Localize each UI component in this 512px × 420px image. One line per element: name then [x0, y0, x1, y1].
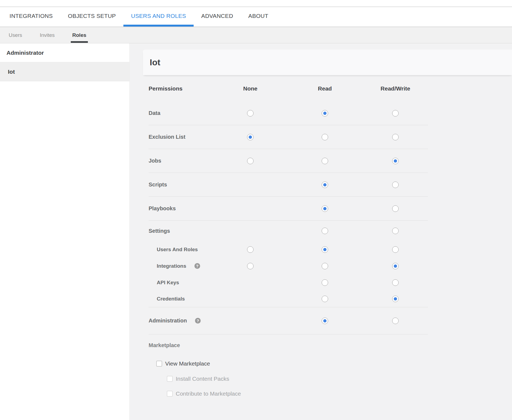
permission-row-jobs: Jobs — [149, 149, 428, 173]
radio-readwrite-playbooks[interactable] — [392, 205, 399, 212]
nav-tab-advanced[interactable]: ADVANCED — [194, 7, 241, 27]
radio-cell-read-credentials — [287, 296, 363, 302]
checkbox-row-install-content-packs: Install Content Packs — [167, 371, 428, 386]
radio-cell-read-api-keys — [287, 279, 363, 286]
permission-row-integrations: Integrations? — [149, 258, 428, 274]
radio-cell-read-data — [287, 110, 363, 117]
permissions-table-header: Permissions None Read Read/Write — [149, 78, 428, 99]
radio-read-integrations[interactable] — [322, 263, 328, 269]
permission-label-text: Administration — [149, 318, 187, 324]
radio-readwrite-data[interactable] — [392, 110, 399, 117]
radio-cell-readwrite-exclusion-list — [363, 134, 428, 140]
help-icon[interactable]: ? — [195, 318, 201, 324]
radio-readwrite-administration[interactable] — [392, 318, 399, 324]
radio-read-playbooks-selected[interactable] — [322, 205, 328, 212]
radio-none-jobs[interactable] — [247, 158, 254, 164]
sidebar-item-administrator[interactable]: Administrator — [0, 43, 129, 62]
radio-cell-none-users-and-roles — [214, 246, 287, 253]
sub-tab-invites[interactable]: Invites — [40, 27, 55, 43]
nav-tab-objects-setup[interactable]: OBJECTS SETUP — [60, 7, 124, 27]
radio-readwrite-integrations-selected[interactable] — [392, 263, 399, 269]
column-header-none: None — [214, 85, 287, 92]
radio-read-jobs[interactable] — [322, 158, 328, 164]
permission-row-api-keys: API Keys — [149, 274, 428, 291]
permission-row-credentials: Credentials — [149, 291, 428, 307]
radio-readwrite-api-keys[interactable] — [392, 279, 399, 286]
radio-cell-readwrite-administration — [363, 318, 428, 324]
radio-read-scripts-selected[interactable] — [322, 182, 328, 188]
radio-read-settings[interactable] — [322, 228, 328, 234]
radio-readwrite-users-and-roles[interactable] — [392, 246, 399, 253]
help-icon[interactable]: ? — [194, 263, 200, 269]
permission-row-administration: Administration? — [149, 307, 428, 334]
radio-read-administration-selected[interactable] — [322, 318, 328, 324]
permissions-table: Permissions None Read Read/Write DataExc… — [149, 78, 428, 401]
checkbox-view-marketplace[interactable] — [156, 361, 162, 367]
radio-cell-readwrite-users-and-roles — [363, 246, 428, 253]
radio-cell-readwrite-scripts — [363, 182, 428, 188]
radio-readwrite-exclusion-list[interactable] — [392, 134, 399, 140]
permission-label-text: Integrations — [157, 263, 186, 269]
radio-none-data[interactable] — [247, 110, 254, 117]
permission-row-settings: Settings — [149, 221, 428, 241]
radio-readwrite-jobs-selected[interactable] — [392, 158, 399, 164]
checkbox-label-contribute-to-marketplace: Contribute to Marketplace — [176, 390, 241, 397]
permission-label-scripts: Scripts — [149, 182, 214, 188]
permission-label-api-keys: API Keys — [149, 280, 214, 286]
radio-cell-read-settings — [287, 228, 363, 234]
permission-label-text: Scripts — [149, 182, 167, 188]
radio-cell-none-jobs — [214, 158, 287, 164]
radio-cell-readwrite-playbooks — [363, 205, 428, 212]
radio-readwrite-scripts[interactable] — [392, 182, 399, 188]
sub-tab-roles[interactable]: Roles — [72, 27, 87, 43]
marketplace-section: Marketplace View MarketplaceInstall Cont… — [149, 334, 428, 401]
permission-label-exclusion-list: Exclusion List — [149, 134, 214, 140]
radio-none-users-and-roles[interactable] — [247, 246, 254, 253]
permission-label-administration: Administration? — [149, 318, 214, 324]
radio-readwrite-settings[interactable] — [392, 228, 399, 234]
permission-label-playbooks: Playbooks — [149, 205, 214, 212]
permission-label-text: Jobs — [149, 158, 161, 164]
checkbox-label-view-marketplace: View Marketplace — [165, 360, 210, 367]
marketplace-label: Marketplace — [149, 334, 428, 356]
checkbox-contribute-to-marketplace — [167, 391, 173, 397]
nav-tab-about[interactable]: ABOUT — [241, 7, 276, 27]
radio-cell-readwrite-jobs — [363, 158, 428, 164]
radio-read-api-keys[interactable] — [322, 279, 328, 286]
permission-row-playbooks: Playbooks — [149, 197, 428, 221]
radio-cell-readwrite-credentials — [363, 296, 428, 302]
permission-row-exclusion-list: Exclusion List — [149, 125, 428, 149]
permission-label-text: Users And Roles — [157, 247, 198, 253]
radio-read-data-selected[interactable] — [322, 110, 328, 117]
sub-tab-users[interactable]: Users — [9, 27, 22, 43]
content-area: Iot Permissions None Read Read/Write Dat… — [130, 43, 512, 420]
radio-read-exclusion-list[interactable] — [322, 134, 328, 140]
nav-tab-integrations[interactable]: INTEGRATIONS — [2, 7, 60, 27]
permission-row-data: Data — [149, 101, 428, 125]
page-title: Iot — [150, 57, 160, 67]
radio-read-credentials[interactable] — [322, 296, 328, 302]
column-header-readwrite: Read/Write — [363, 85, 428, 92]
radio-cell-readwrite-api-keys — [363, 279, 428, 286]
radio-cell-read-playbooks — [287, 205, 363, 212]
permission-label-text: Credentials — [157, 296, 185, 302]
radio-cell-readwrite-data — [363, 110, 428, 117]
radio-cell-none-integrations — [214, 263, 287, 269]
permission-label-text: Exclusion List — [149, 134, 185, 140]
column-header-permissions: Permissions — [149, 85, 214, 92]
sidebar-item-iot[interactable]: Iot — [0, 62, 129, 81]
radio-cell-read-users-and-roles — [287, 246, 363, 253]
nav-tab-users-and-roles[interactable]: USERS AND ROLES — [123, 7, 194, 27]
radio-none-integrations[interactable] — [247, 263, 254, 269]
role-title-card: Iot — [143, 50, 512, 75]
checkbox-label-install-content-packs: Install Content Packs — [176, 376, 229, 382]
radio-cell-read-scripts — [287, 182, 363, 188]
radio-cell-none-exclusion-list — [214, 134, 287, 140]
permission-label-integrations: Integrations? — [149, 263, 214, 269]
checkbox-row-view-marketplace[interactable]: View Marketplace — [156, 356, 428, 371]
radio-readwrite-credentials-selected[interactable] — [392, 296, 399, 302]
radio-read-users-and-roles-selected[interactable] — [322, 246, 328, 253]
permission-label-text: Settings — [149, 228, 170, 234]
radio-none-exclusion-list-selected[interactable] — [247, 134, 254, 140]
permission-label-data: Data — [149, 110, 214, 116]
